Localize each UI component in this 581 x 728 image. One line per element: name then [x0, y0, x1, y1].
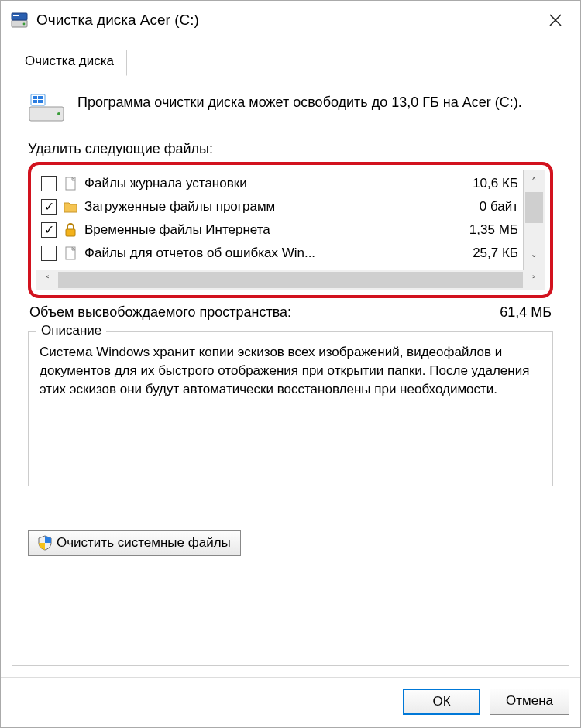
- tab-panel: Очистка диска Программа очистки диска мо…: [12, 74, 569, 666]
- svg-rect-10: [38, 100, 43, 103]
- description-groupbox: Описание Система Windows хранит копии эс…: [28, 331, 553, 486]
- description-legend: Описание: [36, 323, 106, 338]
- svg-point-5: [57, 112, 60, 115]
- scroll-track[interactable]: [58, 270, 523, 290]
- total-value: 61,4 МБ: [500, 304, 552, 321]
- checkbox[interactable]: [41, 176, 57, 191]
- checkbox[interactable]: ✓: [41, 199, 57, 215]
- svg-rect-9: [38, 96, 43, 99]
- info-text: Программа очистки диска может освободить…: [77, 93, 522, 112]
- list-item[interactable]: ✓ Временные файлы Интернета 1,35 МБ: [38, 218, 523, 242]
- titlebar: Очистка диска Acer (C:): [1, 1, 580, 39]
- info-row: Программа очистки диска может освободить…: [28, 93, 553, 124]
- file-rows: Файлы журнала установки 10,6 КБ ✓ Загруж…: [36, 170, 523, 270]
- svg-rect-12: [66, 229, 75, 236]
- filelist-highlight: Файлы журнала установки 10,6 КБ ✓ Загруж…: [28, 162, 553, 298]
- svg-rect-2: [13, 15, 19, 16]
- total-row: Объем высвобождаемого пространства: 61,4…: [29, 304, 552, 321]
- file-icon: [63, 176, 78, 191]
- list-item-size: 25,7 КБ: [449, 246, 518, 261]
- cancel-button[interactable]: Отмена: [490, 689, 569, 715]
- list-item-size: 0 байт: [449, 199, 518, 215]
- cleanup-system-files-label: Очистить системные файлы: [57, 535, 231, 551]
- checkbox[interactable]: [41, 246, 57, 261]
- scroll-left-icon[interactable]: ˂: [36, 270, 58, 290]
- cleanup-system-files-button[interactable]: Очистить системные файлы: [28, 530, 241, 556]
- scroll-up-icon[interactable]: ˄: [524, 170, 545, 192]
- list-item-size: 1,35 МБ: [449, 222, 518, 238]
- list-item-size: 10,6 КБ: [449, 176, 518, 191]
- file-list[interactable]: Файлы журнала установки 10,6 КБ ✓ Загруж…: [36, 170, 545, 290]
- drive-icon: [28, 93, 65, 124]
- total-label: Объем высвобождаемого пространства:: [29, 304, 291, 321]
- list-item-label: Файлы журнала установки: [84, 176, 442, 191]
- tab-disk-cleanup[interactable]: Очистка диска: [12, 50, 127, 76]
- svg-point-3: [23, 22, 26, 25]
- svg-rect-1: [12, 13, 27, 20]
- dialog-footer: ОК Отмена: [1, 677, 580, 727]
- scroll-thumb[interactable]: [525, 192, 543, 223]
- disk-cleanup-icon: [10, 11, 29, 29]
- disk-cleanup-window: Очистка диска Acer (C:) Очистка диска: [0, 0, 581, 728]
- list-item[interactable]: Файлы журнала установки 10,6 КБ: [38, 172, 523, 195]
- svg-rect-7: [33, 96, 37, 99]
- horizontal-scrollbar[interactable]: ˂ ˃: [36, 270, 545, 290]
- close-button[interactable]: [537, 5, 574, 36]
- ok-button[interactable]: ОК: [403, 689, 480, 715]
- scroll-down-icon[interactable]: ˅: [524, 248, 545, 270]
- list-item-label: Файлы для отчетов об ошибках Win...: [84, 246, 442, 261]
- scroll-thumb[interactable]: [58, 272, 523, 288]
- vertical-scrollbar[interactable]: ˄ ˅: [523, 170, 545, 270]
- window-title: Очистка диска Acer (C:): [36, 12, 537, 29]
- shield-icon: [38, 535, 52, 551]
- checkbox[interactable]: ✓: [41, 222, 57, 238]
- description-text: Система Windows хранит копии эскизов все…: [40, 343, 541, 398]
- filelist-label: Удалить следующие файлы:: [28, 141, 553, 157]
- list-item[interactable]: ✓ Загруженные файлы программ 0 байт: [38, 195, 523, 218]
- file-icon: [63, 246, 78, 261]
- scroll-track[interactable]: [524, 192, 545, 248]
- scroll-right-icon[interactable]: ˃: [523, 270, 545, 290]
- lock-icon: [63, 222, 78, 238]
- svg-rect-8: [33, 100, 37, 103]
- folder-icon: [63, 199, 78, 215]
- list-item-label: Загруженные файлы программ: [84, 199, 442, 215]
- list-item-label: Временные файлы Интернета: [84, 222, 442, 238]
- client-area: Очистка диска Программа очистки диска мо…: [1, 39, 580, 677]
- list-item[interactable]: Файлы для отчетов об ошибках Win... 25,7…: [38, 242, 523, 265]
